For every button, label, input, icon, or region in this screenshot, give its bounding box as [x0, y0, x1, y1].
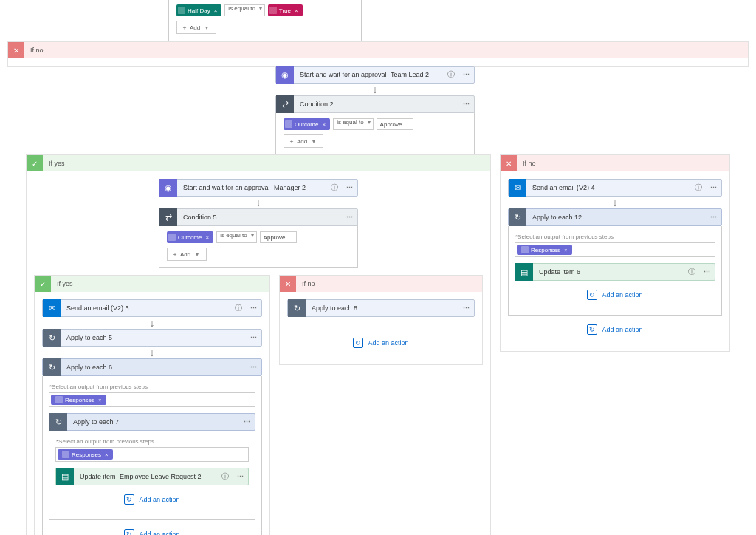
- step-apply-each-8[interactable]: ↻ Apply to each 8 ⋯: [287, 299, 475, 317]
- step-send-email-5[interactable]: ✉ Send an email (V2) 5 ⓘ ⋯: [42, 299, 262, 317]
- close-icon[interactable]: ×: [322, 121, 326, 128]
- check-icon: ✓: [35, 276, 51, 292]
- approval-icon: ◉: [276, 66, 294, 84]
- condition-icon: ⇄: [276, 95, 294, 113]
- step-update-item-6[interactable]: ▤ Update item 6 ⓘ ⋯: [515, 263, 715, 281]
- mail-icon: ✉: [43, 299, 61, 317]
- branch-header-if-no: ✕ If no: [280, 276, 482, 292]
- step-apply-each-7[interactable]: ↻ Apply to each 7 ⋯: [49, 413, 255, 431]
- value-input[interactable]: Approve: [377, 118, 413, 130]
- info-icon[interactable]: ⓘ: [221, 471, 233, 482]
- token-true[interactable]: True×: [268, 4, 303, 16]
- token-responses[interactable]: Responses×: [517, 245, 572, 255]
- condition-icon: ⇄: [159, 208, 177, 226]
- token-half-day[interactable]: Half Day×: [176, 4, 221, 16]
- branch-header-if-yes: ✓ If yes: [35, 276, 269, 292]
- select-output-label: *Select an output from previous steps: [56, 438, 249, 445]
- step-update-item-employee[interactable]: ▤ Update item- Employee Leave Request 2 …: [55, 468, 249, 485]
- more-icon[interactable]: ⋯: [343, 184, 357, 191]
- responses-input[interactable]: Responses×: [55, 447, 249, 462]
- loop-icon: ↻: [49, 413, 67, 431]
- more-icon[interactable]: ⋯: [459, 100, 474, 108]
- info-icon[interactable]: ⓘ: [447, 69, 459, 80]
- sharepoint-icon: ▤: [56, 468, 74, 485]
- mail-icon: ✉: [509, 179, 526, 197]
- x-icon: ✕: [501, 155, 517, 171]
- operator-select[interactable]: is equal to: [224, 4, 264, 16]
- more-icon[interactable]: ⋯: [240, 418, 255, 426]
- operator-select[interactable]: is equal to: [333, 118, 373, 130]
- add-row-button[interactable]: ＋Add▾: [176, 21, 216, 34]
- close-icon[interactable]: ×: [295, 7, 298, 14]
- responses-input[interactable]: Responses×: [515, 242, 715, 257]
- token-outcome[interactable]: Outcome×: [167, 231, 213, 243]
- step-send-email-4[interactable]: ✉ Send an email (V2) 4 ⓘ ⋯: [508, 179, 722, 197]
- select-output-label: *Select an output from previous steps: [49, 384, 255, 390]
- more-icon[interactable]: ⋯: [247, 364, 261, 371]
- add-action-button[interactable]: ↻Add an action: [287, 317, 475, 357]
- close-icon[interactable]: ×: [214, 7, 218, 14]
- add-action-button[interactable]: ↻Add an action: [508, 316, 722, 344]
- step-approval-teamlead2[interactable]: ◉ Start and wait for an approval -Team L…: [275, 66, 475, 84]
- arrow-down-icon: ↓: [42, 317, 262, 329]
- close-icon[interactable]: ×: [205, 234, 209, 241]
- sharepoint-icon: ▤: [515, 263, 533, 281]
- add-action-button[interactable]: ↻Add an action: [49, 520, 255, 535]
- more-icon[interactable]: ⋯: [233, 473, 248, 480]
- more-icon[interactable]: ⋯: [247, 334, 261, 341]
- if-no-branch-1: ✕ If no ◉ Start and wait for an approval…: [7, 41, 749, 67]
- arrow-down-icon: ↓: [275, 84, 475, 95]
- add-row-button[interactable]: ＋Add▾: [167, 248, 207, 261]
- step-apply-each-5[interactable]: ↻ Apply to each 5 ⋯: [42, 329, 262, 347]
- step-apply-each-12[interactable]: ↻ Apply to each 12 ⋯: [508, 208, 722, 226]
- operator-select[interactable]: is equal to: [216, 231, 256, 243]
- more-icon[interactable]: ⋯: [707, 184, 721, 191]
- more-icon[interactable]: ⋯: [247, 304, 261, 312]
- step-condition2[interactable]: ⇄ Condition 2 ⋯: [275, 95, 475, 113]
- loop-icon: ↻: [288, 299, 306, 317]
- approval-icon: ◉: [159, 179, 177, 197]
- arrow-down-icon: ↓: [159, 197, 358, 208]
- info-icon[interactable]: ⓘ: [235, 303, 247, 313]
- step-apply-each-6[interactable]: ↻ Apply to each 6 ⋯: [42, 358, 262, 376]
- top-condition-fragment: Half Day× is equal to True× ＋Add▾: [168, 0, 362, 42]
- x-icon: ✕: [8, 42, 24, 58]
- responses-input[interactable]: Responses×: [49, 392, 255, 407]
- branch-header-if-no: ✕ If no: [8, 42, 748, 58]
- arrow-down-icon: ↓: [42, 347, 262, 358]
- value-input[interactable]: Approve: [260, 231, 297, 243]
- more-icon[interactable]: ⋯: [700, 268, 715, 276]
- check-icon: ✓: [27, 155, 43, 171]
- info-icon[interactable]: ⓘ: [331, 183, 343, 193]
- arrow-down-icon: ↓: [508, 197, 722, 208]
- branch-header-if-no: ✕ If no: [501, 155, 729, 171]
- step-condition5[interactable]: ⇄ Condition 5 ⋯: [159, 208, 358, 226]
- loop-icon: ↻: [43, 358, 61, 376]
- x-icon: ✕: [280, 276, 296, 292]
- select-output-label: *Select an output from previous steps: [515, 234, 715, 240]
- info-icon[interactable]: ⓘ: [688, 267, 700, 277]
- step-approval-manager2[interactable]: ◉ Start and wait for an approval -Manage…: [159, 179, 358, 197]
- branch-header-if-yes: ✓ If yes: [27, 155, 490, 171]
- add-row-button[interactable]: ＋Add▾: [284, 134, 323, 148]
- info-icon[interactable]: ⓘ: [695, 183, 707, 193]
- loop-icon: ↻: [509, 208, 526, 226]
- more-icon[interactable]: ⋯: [459, 304, 474, 312]
- token-responses[interactable]: Responses×: [58, 449, 113, 460]
- add-action-button[interactable]: ↻Add an action: [55, 485, 249, 514]
- token-responses[interactable]: Responses×: [51, 395, 106, 405]
- token-outcome[interactable]: Outcome×: [284, 118, 330, 130]
- add-action-button[interactable]: ↻Add an action: [515, 281, 715, 309]
- loop-icon: ↻: [43, 329, 61, 347]
- more-icon[interactable]: ⋯: [459, 71, 474, 78]
- more-icon[interactable]: ⋯: [343, 214, 357, 221]
- more-icon[interactable]: ⋯: [707, 214, 721, 221]
